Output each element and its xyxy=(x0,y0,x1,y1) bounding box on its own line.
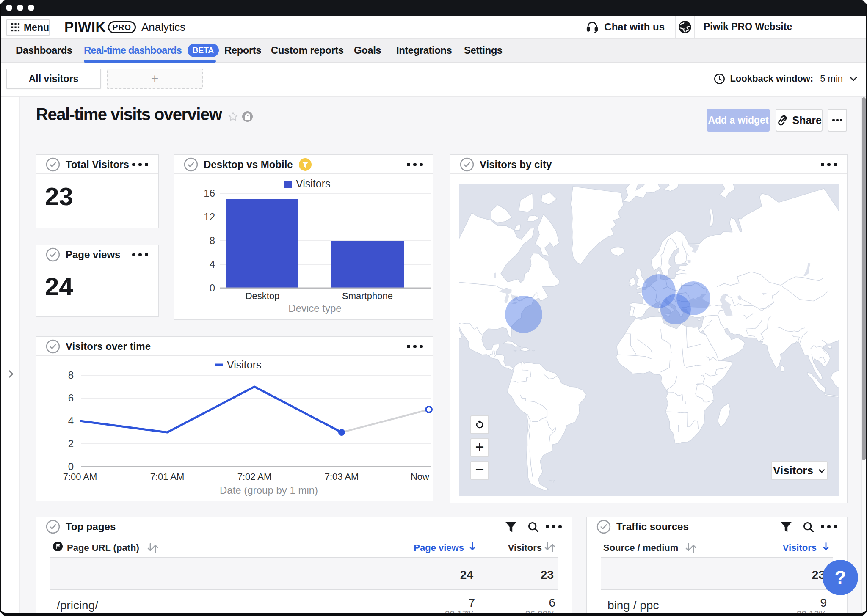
svg-text:8: 8 xyxy=(68,369,74,381)
svg-text:16: 16 xyxy=(204,187,215,199)
svg-text:0: 0 xyxy=(68,461,74,472)
svg-text:Visitors: Visitors xyxy=(296,178,331,190)
svg-text:Visitors: Visitors xyxy=(227,359,262,371)
svg-text:7:00 AM: 7:00 AM xyxy=(63,471,97,482)
svg-text:7:02 AM: 7:02 AM xyxy=(237,471,272,482)
svg-text:0: 0 xyxy=(210,282,215,294)
svg-text:Device type: Device type xyxy=(288,302,341,314)
svg-text:2: 2 xyxy=(68,438,74,449)
svg-text:7:03 AM: 7:03 AM xyxy=(325,471,359,482)
svg-text:8: 8 xyxy=(210,235,215,246)
svg-text:12: 12 xyxy=(204,211,215,223)
svg-text:4: 4 xyxy=(68,415,74,426)
svg-text:6: 6 xyxy=(68,392,74,404)
svg-text:4: 4 xyxy=(210,258,215,270)
svg-text:Now: Now xyxy=(411,471,429,482)
svg-text:7:01 AM: 7:01 AM xyxy=(150,471,185,482)
svg-text:Desktop: Desktop xyxy=(246,291,280,301)
svg-text:Smartphone: Smartphone xyxy=(342,291,393,301)
